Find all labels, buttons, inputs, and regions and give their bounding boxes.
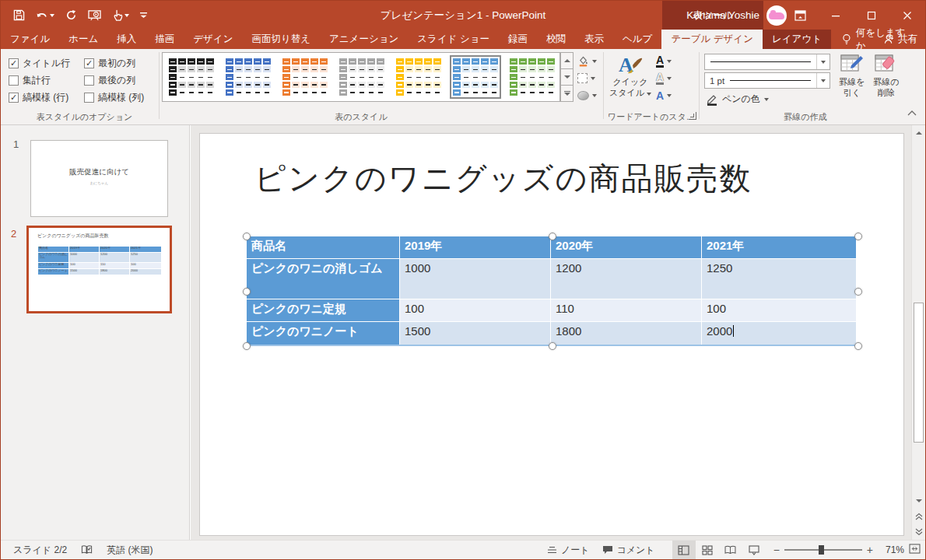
- scroll-down-button[interactable]: [912, 494, 925, 507]
- scrollbar-thumb[interactable]: [914, 303, 924, 443]
- checked-checkbox-icon[interactable]: ✓: [9, 93, 19, 103]
- zoom-in-button[interactable]: +: [867, 544, 873, 556]
- checkbox-option-2[interactable]: 集計行: [9, 74, 84, 87]
- effects-caret[interactable]: [592, 94, 597, 97]
- table-header-cell[interactable]: 2020年: [551, 236, 701, 258]
- table-row-header-cell[interactable]: ピンクのワニの消しゴム: [247, 259, 399, 299]
- borders-caret[interactable]: [591, 77, 595, 80]
- tab-item-6[interactable]: アニメーション: [320, 30, 408, 49]
- slide-1-thumbnail[interactable]: 販売促進に向けて わにちゃん: [30, 140, 168, 217]
- tab-item-5[interactable]: 画面切り替え: [242, 30, 320, 49]
- normal-view-button[interactable]: [672, 541, 696, 560]
- table-row-header-cell[interactable]: ピンクのワニノート: [247, 322, 399, 345]
- table-data-cell[interactable]: 110: [551, 299, 701, 321]
- pen-weight-combobox[interactable]: 1 pt: [704, 72, 830, 89]
- slideshow-view-button[interactable]: [742, 541, 766, 560]
- start-slideshow-button[interactable]: [88, 9, 101, 21]
- previous-slide-button[interactable]: [912, 509, 925, 523]
- unchecked-checkbox-icon[interactable]: [84, 75, 94, 86]
- gallery-scroll-up-button[interactable]: [560, 52, 573, 69]
- touch-mode-caret[interactable]: [125, 14, 129, 17]
- tab-item-7[interactable]: スライド ショー: [408, 30, 499, 49]
- effects-button[interactable]: [577, 88, 597, 103]
- table-data-cell[interactable]: 1500: [400, 322, 550, 345]
- selection-handle[interactable]: [854, 342, 862, 350]
- table-style-medium-style-green[interactable]: [507, 55, 558, 99]
- selection-handle[interactable]: [854, 233, 862, 240]
- checked-checkbox-icon[interactable]: ✓: [84, 58, 94, 68]
- table-data-cell[interactable]: 100: [702, 299, 856, 321]
- text-effects-button[interactable]: A: [656, 88, 672, 103]
- checkbox-option-3[interactable]: 最後の列: [84, 74, 165, 87]
- table-data-cell[interactable]: 1000: [400, 259, 550, 299]
- quick-styles-button[interactable]: A クイック スタイル: [608, 53, 653, 110]
- borders-button[interactable]: [577, 71, 597, 86]
- table-data-cell[interactable]: 100: [400, 299, 550, 321]
- table-style-medium-style-gray[interactable]: [336, 55, 388, 99]
- tab-item-2[interactable]: 挿入: [107, 30, 146, 49]
- checkbox-option-1[interactable]: ✓最初の列: [84, 57, 165, 70]
- checkbox-option-4[interactable]: ✓縞模様 (行): [9, 91, 84, 104]
- selection-handle[interactable]: [243, 342, 251, 350]
- pen-style-caret[interactable]: [816, 54, 830, 69]
- checkbox-option-5[interactable]: 縞模様 (列): [84, 91, 165, 104]
- tab-item-11[interactable]: ヘルプ: [613, 30, 661, 49]
- repeat-button[interactable]: [65, 9, 77, 21]
- next-slide-button[interactable]: [912, 525, 925, 538]
- gallery-scroll-down-button[interactable]: [560, 69, 573, 86]
- tab-item-10[interactable]: 表示: [575, 30, 613, 49]
- zoom-slider-track[interactable]: [784, 549, 862, 551]
- zoom-slider-thumb[interactable]: [819, 545, 824, 555]
- user-account[interactable]: Kohama Yoshie: [686, 1, 787, 30]
- zoom-out-button[interactable]: −: [773, 544, 780, 556]
- tab-item-0[interactable]: ファイル: [1, 30, 59, 49]
- slide-indicator[interactable]: スライド 2/2: [13, 544, 67, 557]
- table-style-medium-style-accent1[interactable]: [450, 55, 501, 99]
- pen-style-combobox[interactable]: [704, 54, 830, 70]
- text-fill-button[interactable]: A: [656, 54, 672, 69]
- tab-layout[interactable]: レイアウト: [763, 30, 831, 49]
- pen-color-button[interactable]: ペンの色: [706, 93, 769, 106]
- draw-table-button[interactable]: 罫線を 引く: [835, 53, 869, 110]
- collapse-ribbon-button[interactable]: [907, 108, 917, 116]
- table-data-cell[interactable]: 1250: [702, 259, 856, 299]
- table-data-cell[interactable]: 2000: [702, 322, 856, 345]
- checked-checkbox-icon[interactable]: ✓: [9, 58, 19, 68]
- checkbox-option-0[interactable]: ✓タイトル行: [9, 57, 84, 70]
- table-style-medium-style-gold[interactable]: [393, 55, 444, 99]
- notes-button[interactable]: ノート: [541, 541, 596, 560]
- tab-item-3[interactable]: 描画: [146, 30, 184, 49]
- table-data-cell[interactable]: 1800: [551, 322, 701, 345]
- tab-item-1[interactable]: ホーム: [59, 30, 107, 49]
- undo-dropdown-caret[interactable]: [50, 14, 54, 17]
- table-header-cell[interactable]: 商品名: [247, 236, 399, 258]
- slide-title-text[interactable]: ピンクのワニグッズの商品販売数: [254, 157, 752, 200]
- comments-button[interactable]: コメント: [596, 541, 661, 560]
- selection-handle[interactable]: [549, 342, 556, 350]
- zoom-level[interactable]: 71%: [878, 544, 904, 555]
- tab-table-design[interactable]: テーブル デザイン: [661, 30, 763, 49]
- table-data-cell[interactable]: 1200: [551, 259, 701, 299]
- table-style-medium-style-orange[interactable]: [279, 55, 331, 99]
- selection-handle[interactable]: [549, 233, 556, 240]
- ribbon-display-options-button[interactable]: [782, 1, 818, 30]
- touch-mode-button[interactable]: [112, 9, 129, 21]
- selection-handle[interactable]: [243, 233, 251, 240]
- unchecked-checkbox-icon[interactable]: [9, 75, 19, 86]
- language-indicator[interactable]: 英語 (米国): [107, 544, 153, 557]
- slide-table[interactable]: 商品名2019年2020年2021年ピンクのワニの消しゴム10001200125…: [247, 236, 856, 346]
- reading-view-button[interactable]: [719, 541, 742, 560]
- table-style-dark-style[interactable]: [166, 55, 217, 99]
- slide-2-thumbnail[interactable]: ピンクのワニグッズの商品販売数 商品名2019年2020年2021年ピンクのワニ…: [26, 226, 172, 313]
- text-outline-button[interactable]: A: [656, 71, 672, 86]
- share-button[interactable]: 共有: [884, 30, 917, 49]
- eraser-button[interactable]: 罫線の 削除: [869, 53, 903, 110]
- pen-weight-caret[interactable]: [816, 73, 830, 88]
- tab-item-8[interactable]: 録画: [499, 30, 537, 49]
- unchecked-checkbox-icon[interactable]: [84, 93, 94, 103]
- save-button[interactable]: [13, 9, 25, 21]
- maximize-button[interactable]: [854, 1, 889, 30]
- tab-item-9[interactable]: 校閲: [537, 30, 575, 49]
- vertical-scrollbar[interactable]: [911, 125, 925, 541]
- table-row-header-cell[interactable]: ピンクのワニ定規: [247, 299, 399, 321]
